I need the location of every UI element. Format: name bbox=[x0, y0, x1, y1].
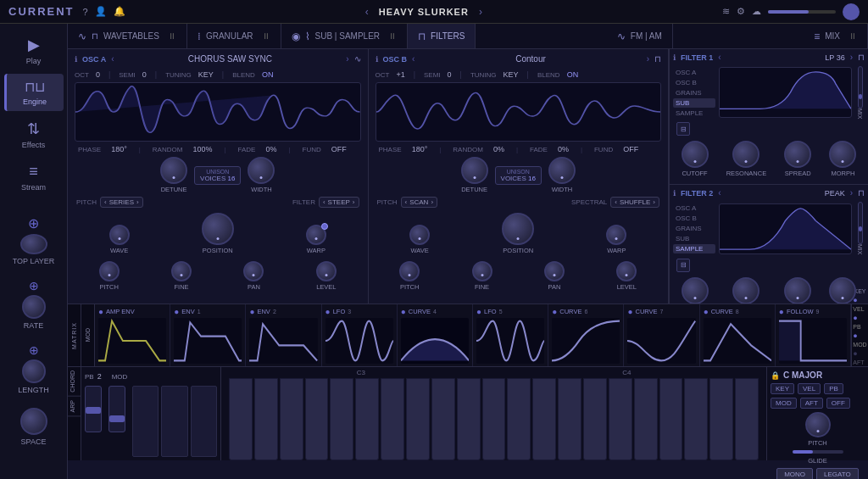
detune-a-knob[interactable] bbox=[160, 157, 187, 184]
filter-2-info-icon[interactable]: ℹ bbox=[673, 189, 676, 198]
filter-1-route-oscb[interactable]: OSC B bbox=[673, 78, 715, 87]
volume-bar[interactable] bbox=[768, 10, 836, 14]
pan-b-knob[interactable] bbox=[544, 261, 565, 281]
fine-a-knob[interactable] bbox=[171, 261, 192, 281]
white-key-5[interactable] bbox=[330, 378, 353, 460]
pitch-a-mode-next[interactable]: › bbox=[136, 198, 139, 206]
top-layer-knob[interactable] bbox=[20, 234, 47, 254]
position-b-knob[interactable] bbox=[502, 213, 534, 245]
pb-button[interactable]: PB bbox=[824, 383, 843, 394]
white-key-10[interactable] bbox=[457, 378, 481, 460]
resonance-2-knob[interactable] bbox=[732, 277, 760, 304]
tab-wavetables[interactable]: ∿ ⊓ WAVETABLES ⏸ bbox=[68, 24, 187, 48]
resonance-1-knob[interactable] bbox=[732, 141, 760, 168]
osc-a-prev-button[interactable]: ‹ bbox=[111, 54, 114, 64]
user-icon[interactable]: 👤 bbox=[95, 6, 107, 17]
filter-1-route-osca[interactable]: OSC A bbox=[673, 68, 715, 77]
sidebar-item-effects[interactable]: ⇅ Effects bbox=[4, 114, 64, 154]
avatar[interactable] bbox=[843, 3, 860, 20]
sidebar-item-rate[interactable]: ⊕ RATE bbox=[4, 274, 64, 335]
width-b-knob[interactable] bbox=[548, 157, 576, 184]
white-key-11[interactable] bbox=[482, 378, 506, 460]
cutoff-1-knob[interactable] bbox=[682, 141, 709, 168]
tab-fm-am[interactable]: ∿ FM | AM bbox=[607, 24, 673, 48]
length-knob[interactable] bbox=[22, 359, 46, 383]
filter-a-mode-prev[interactable]: ‹ bbox=[323, 198, 326, 206]
morph-2-knob[interactable] bbox=[829, 277, 856, 304]
pitch-a-mode-selector[interactable]: ‹ SERIES › bbox=[100, 197, 143, 208]
sidebar-item-stream[interactable]: ≡ Stream bbox=[4, 158, 64, 197]
white-key-1[interactable] bbox=[229, 378, 253, 460]
pan-a-knob[interactable] bbox=[243, 261, 264, 281]
level-a-knob[interactable] bbox=[316, 261, 337, 281]
filter-2-next-button[interactable]: › bbox=[850, 188, 853, 198]
wave-a-knob[interactable] bbox=[109, 225, 130, 245]
filter-1-route-sub[interactable]: SUB bbox=[673, 98, 715, 108]
rate-plus-icon[interactable]: ⊕ bbox=[29, 279, 39, 292]
mod-button[interactable]: MOD bbox=[771, 398, 797, 409]
white-key-3[interactable] bbox=[280, 378, 303, 460]
key-mod-icon[interactable]: ● bbox=[853, 331, 866, 340]
white-key-7[interactable] bbox=[381, 378, 404, 460]
white-key-19[interactable] bbox=[684, 378, 708, 460]
cloud-icon[interactable]: ☁ bbox=[752, 6, 761, 17]
white-key-15[interactable] bbox=[583, 378, 607, 460]
pitch-keyboard-knob[interactable] bbox=[805, 412, 831, 437]
fine-b-knob[interactable] bbox=[472, 261, 492, 281]
osc-a-next-button[interactable]: › bbox=[346, 54, 348, 64]
filter-2-mix-slider[interactable] bbox=[858, 202, 863, 244]
width-a-knob[interactable] bbox=[248, 157, 275, 184]
warp-a-knob[interactable] bbox=[306, 225, 326, 245]
white-key-6[interactable] bbox=[355, 378, 379, 460]
white-key-14[interactable] bbox=[558, 378, 581, 460]
key-slider-1[interactable] bbox=[132, 386, 159, 457]
pitch-b-mode-next[interactable]: › bbox=[431, 198, 433, 206]
white-key-17[interactable] bbox=[634, 378, 658, 460]
tab-granular[interactable]: ⁞ GRANULAR ⏸ bbox=[187, 24, 281, 48]
filter-1-route-sample[interactable]: SAMPLE bbox=[673, 109, 715, 118]
white-key-9[interactable] bbox=[431, 378, 455, 460]
white-key-21[interactable] bbox=[735, 378, 759, 460]
next-preset-button[interactable]: › bbox=[479, 6, 482, 18]
tab-mix[interactable]: ≡ MIX ⏸ bbox=[804, 24, 868, 48]
filter-2-route-osca[interactable]: OSC A bbox=[673, 203, 715, 213]
tab-filters[interactable]: ⊓ FILTERS bbox=[408, 24, 476, 48]
morph-1-knob[interactable] bbox=[829, 141, 856, 168]
filter-a-mode-selector[interactable]: ‹ STEEP › bbox=[319, 197, 359, 208]
filter-1-icon-btn[interactable]: ⊟ bbox=[676, 122, 690, 136]
spread-2-knob[interactable] bbox=[784, 277, 811, 304]
spectral-b-mode-selector[interactable]: ‹ SHUFFLE › bbox=[610, 197, 659, 208]
pitch-b-knob[interactable] bbox=[399, 261, 420, 281]
filter-1-mix-slider[interactable] bbox=[858, 66, 863, 109]
settings-icon[interactable]: ⚙ bbox=[737, 6, 745, 17]
filter-2-route-sub[interactable]: SUB bbox=[673, 234, 715, 243]
filter-2-route-grains[interactable]: GRAINS bbox=[673, 224, 715, 233]
white-key-8[interactable] bbox=[406, 378, 430, 460]
cutoff-2-knob[interactable] bbox=[682, 277, 709, 304]
prev-preset-button[interactable]: ‹ bbox=[365, 6, 369, 18]
waveform-icon[interactable]: ≋ bbox=[722, 6, 730, 17]
filter-2-prev-button[interactable]: ‹ bbox=[718, 188, 721, 198]
white-key-13[interactable] bbox=[532, 378, 556, 460]
mono-button[interactable]: MONO bbox=[776, 468, 813, 479]
white-key-4[interactable] bbox=[305, 378, 329, 460]
sidebar-item-engine[interactable]: ⊓⊔ Engine bbox=[4, 74, 64, 111]
filter-1-route-grains[interactable]: GRAINS bbox=[673, 88, 715, 97]
wave-b-knob[interactable] bbox=[409, 225, 430, 245]
osc-b-info-icon[interactable]: ℹ bbox=[376, 55, 378, 64]
key-vel-icon[interactable]: ● bbox=[853, 296, 866, 304]
osc-b-next-button[interactable]: › bbox=[647, 54, 649, 64]
length-plus-icon[interactable]: ⊕ bbox=[29, 343, 39, 357]
osc-b-prev-button[interactable]: ‹ bbox=[412, 54, 415, 64]
position-a-knob[interactable] bbox=[202, 213, 234, 245]
white-key-12[interactable] bbox=[507, 378, 531, 460]
aft-button[interactable]: AFT bbox=[800, 398, 823, 409]
off-button[interactable]: OFF bbox=[826, 398, 850, 409]
white-key-18[interactable] bbox=[659, 378, 683, 460]
pitch-b-mode-prev[interactable]: ‹ bbox=[405, 198, 408, 206]
bell-icon[interactable]: 🔔 bbox=[114, 6, 125, 17]
key-button[interactable]: KEY bbox=[771, 383, 794, 394]
pb-slider[interactable] bbox=[85, 386, 102, 432]
detune-b-knob[interactable] bbox=[461, 157, 488, 184]
warp-b-knob[interactable] bbox=[606, 225, 626, 245]
